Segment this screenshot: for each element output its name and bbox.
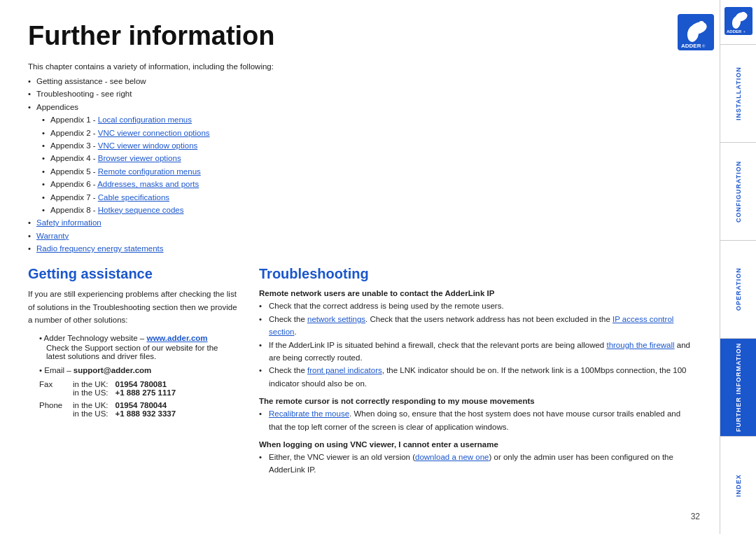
ts-list-2: Recalibrate the mouse. When doing so, en… bbox=[259, 407, 692, 433]
email-line: • Email – support@adder.com bbox=[39, 366, 238, 374]
tab-further-information[interactable]: FURTHER INFORMATION bbox=[720, 338, 756, 436]
front-panel-link[interactable]: front panel indicators bbox=[307, 366, 382, 374]
tab-index[interactable]: INDEX bbox=[720, 436, 756, 534]
tab-installation[interactable]: INSTALLATION bbox=[720, 44, 756, 142]
intro-list: Getting assistance - see below Troublesh… bbox=[28, 75, 692, 255]
intro-text: This chapter contains a variety of infor… bbox=[28, 62, 692, 71]
svg-text:®: ® bbox=[702, 44, 706, 48]
fax-label: Fax bbox=[39, 380, 73, 388]
phone-row: Phone in the UK: 01954 780044 in the US:… bbox=[39, 401, 238, 418]
fax-block: Fax in the UK: 01954 780081 in the US: +… bbox=[28, 380, 238, 397]
safety-link[interactable]: Safety information bbox=[36, 218, 102, 227]
ts-heading-3: When logging on using VNC viewer, I cann… bbox=[259, 440, 692, 449]
list-item: Radio frequency energy statements bbox=[28, 242, 692, 255]
appendix-item: Appendix 3 - VNC viewer window options bbox=[36, 139, 692, 152]
list-item: Getting assistance - see below bbox=[28, 75, 692, 87]
appendix-item: Appendix 5 - Remote configuration menus bbox=[36, 165, 692, 178]
page-number: 32 bbox=[691, 512, 700, 521]
troubleshooting-section: Troubleshooting Remote network users are… bbox=[259, 262, 692, 480]
website-line: • Adder Technology website – www.adder.c… bbox=[39, 334, 238, 342]
appendix-item: Appendix 8 - Hotkey sequence codes bbox=[36, 204, 692, 216]
phone-label: Phone bbox=[39, 401, 73, 409]
ts-item: If the AdderLink IP is situated behind a… bbox=[259, 339, 692, 365]
warranty-link[interactable]: Warranty bbox=[36, 232, 69, 240]
ts-item: Recalibrate the mouse. When doing so, en… bbox=[259, 407, 692, 433]
ts-item: Check that the correct address is being … bbox=[259, 300, 692, 312]
website-desc: Check the Support section of our website… bbox=[39, 344, 238, 360]
firewall-link[interactable]: through the firewall bbox=[606, 341, 674, 349]
svg-point-3 bbox=[699, 21, 704, 27]
sidebar: ADDER ® INSTALLATION CONFIGURATION OPERA… bbox=[720, 0, 756, 534]
getting-assistance-section: Getting assistance If you are still expe… bbox=[28, 262, 238, 480]
list-item: Warranty bbox=[28, 230, 692, 242]
page-title: Further information bbox=[28, 21, 692, 51]
getting-assistance-heading: Getting assistance bbox=[28, 266, 238, 282]
list-item: Safety information bbox=[28, 216, 692, 229]
fax-row: Fax in the UK: 01954 780081 in the US: +… bbox=[39, 380, 238, 397]
phone-details: in the UK: 01954 780044 in the US: +1 88… bbox=[73, 401, 176, 418]
fax-us: in the US: +1 888 275 1117 bbox=[73, 388, 176, 397]
website-block: • Adder Technology website – www.adder.c… bbox=[28, 334, 238, 360]
list-item: Troubleshooting - see right bbox=[28, 87, 692, 100]
fax-details: in the UK: 01954 780081 in the US: +1 88… bbox=[73, 380, 176, 397]
ts-heading-2: The remote cursor is not correctly respo… bbox=[259, 397, 692, 405]
ts-list-1: Check that the correct address is being … bbox=[259, 300, 692, 390]
recalibrate-link[interactable]: Recalibrate the mouse bbox=[269, 409, 349, 418]
appendix-item: Appendix 6 - Addresses, masks and ports bbox=[36, 178, 692, 190]
ts-item: Check the network settings. Check that t… bbox=[259, 313, 692, 339]
troubleshooting-heading: Troubleshooting bbox=[259, 266, 692, 282]
tab-operation[interactable]: OPERATION bbox=[720, 240, 756, 338]
main-content: Further information This chapter contain… bbox=[0, 0, 720, 534]
svg-text:®: ® bbox=[743, 30, 746, 34]
appendix-link-3[interactable]: VNC viewer window options bbox=[98, 141, 198, 150]
appendix-link-5[interactable]: Remote configuration menus bbox=[98, 167, 201, 176]
two-col-section: Getting assistance If you are still expe… bbox=[28, 262, 692, 480]
phone-uk: in the UK: 01954 780044 bbox=[73, 401, 176, 409]
ts-item: Check the front panel indicators, the LN… bbox=[259, 364, 692, 390]
website-url[interactable]: www.adder.com bbox=[146, 334, 207, 342]
fax-uk: in the UK: 01954 780081 bbox=[73, 380, 176, 388]
appendix-link-6[interactable]: Addresses, masks and ports bbox=[97, 180, 199, 188]
ts-heading-1: Remote network users are unable to conta… bbox=[259, 289, 692, 297]
phone-us: in the US: +1 888 932 3337 bbox=[73, 409, 176, 418]
appendix-item: Appendix 1 - Local configuration menus bbox=[36, 113, 692, 126]
appendix-link-1[interactable]: Local configuration menus bbox=[98, 115, 192, 124]
phone-block: Phone in the UK: 01954 780044 in the US:… bbox=[28, 401, 238, 418]
rf-link[interactable]: Radio frequency energy statements bbox=[36, 244, 164, 253]
network-settings-link[interactable]: network settings bbox=[307, 315, 365, 323]
appendix-link-8[interactable]: Hotkey sequence codes bbox=[98, 206, 184, 214]
email-block: • Email – support@adder.com bbox=[28, 366, 238, 374]
appendix-item: Appendix 2 - VNC viewer connection optio… bbox=[36, 127, 692, 139]
ts-list-3: Either, the VNC viewer is an old version… bbox=[259, 451, 692, 477]
adder-logo: ADDER ® bbox=[678, 14, 714, 52]
appendix-item: Appendix 7 - Cable specifications bbox=[36, 191, 692, 204]
svg-point-9 bbox=[741, 12, 746, 16]
tab-configuration[interactable]: CONFIGURATION bbox=[720, 142, 756, 240]
svg-text:ADDER: ADDER bbox=[681, 43, 701, 49]
appendix-link-4[interactable]: Browser viewer options bbox=[98, 154, 181, 162]
svg-text:ADDER: ADDER bbox=[727, 29, 742, 34]
adder-logo-sidebar: ADDER ® bbox=[720, 0, 756, 44]
download-link[interactable]: download a new one bbox=[415, 453, 489, 461]
appendices-list: Appendix 1 - Local configuration menus A… bbox=[36, 113, 692, 216]
getting-assistance-intro: If you are still experiencing problems a… bbox=[28, 288, 238, 326]
ts-item: Either, the VNC viewer is an old version… bbox=[259, 451, 692, 477]
appendix-item: Appendix 4 - Browser viewer options bbox=[36, 152, 692, 164]
appendix-link-7[interactable]: Cable specifications bbox=[98, 193, 169, 202]
list-item: Appendices Appendix 1 - Local configurat… bbox=[28, 101, 692, 217]
appendix-link-2[interactable]: VNC viewer connection options bbox=[98, 129, 210, 137]
